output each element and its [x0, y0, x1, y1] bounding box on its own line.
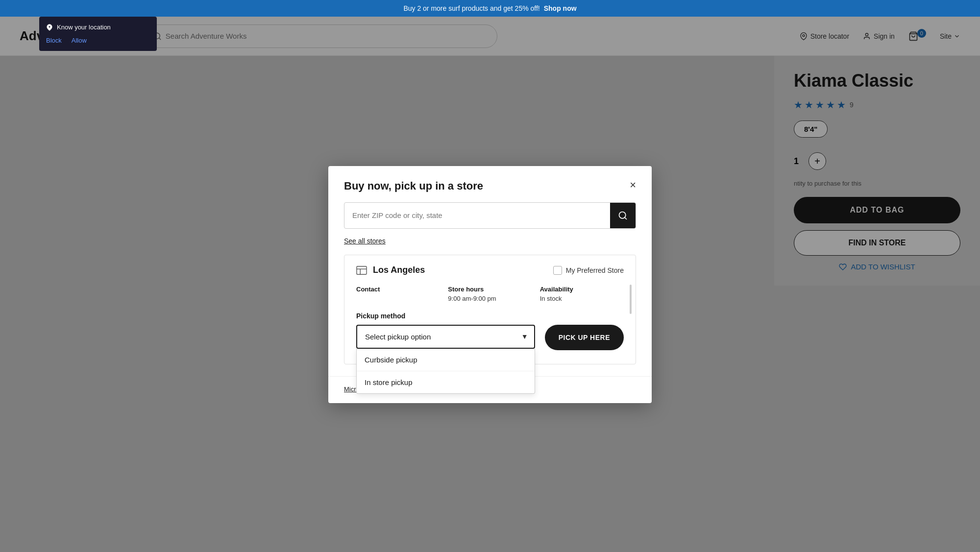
location-popup-title: Know your location: [57, 24, 111, 31]
scrollbar[interactable]: [630, 285, 632, 314]
modal-overlay: Buy now, pick up in a store × See all st…: [0, 17, 980, 552]
promo-text: Buy 2 or more surf products and get 25% …: [403, 4, 539, 12]
pin-icon: [46, 24, 53, 31]
zip-search-button[interactable]: [610, 203, 636, 228]
block-location-button[interactable]: Block: [46, 37, 62, 44]
location-popup-header: Know your location: [46, 24, 148, 31]
preferred-store-label: My Preferred Store: [566, 266, 624, 274]
modal-header: Buy now, pick up in a store ×: [328, 166, 652, 202]
zip-input[interactable]: [344, 204, 610, 226]
svg-point-5: [49, 26, 50, 28]
hours-section: Store hours 9:00 am-9:00 pm: [448, 286, 532, 302]
availability-value: In stock: [540, 295, 624, 302]
store-name-row: Los Angeles: [356, 265, 425, 276]
pickup-method-select[interactable]: Select pickup option Curbside pickup In …: [356, 325, 535, 349]
pick-up-here-button[interactable]: PICK UP HERE: [545, 325, 624, 350]
contact-section: Contact: [356, 286, 440, 302]
store-icon: [356, 265, 367, 276]
preferred-store-toggle[interactable]: My Preferred Store: [553, 266, 624, 275]
hours-label: Store hours: [448, 286, 532, 293]
zip-search-form: [344, 202, 636, 229]
store-card-header: Los Angeles My Preferred Store: [356, 265, 624, 276]
store-card: Los Angeles My Preferred Store Contact S…: [344, 255, 636, 364]
pickup-method-section: Pickup method Select pickup option Curbs…: [356, 312, 624, 350]
promo-bar: Buy 2 or more surf products and get 25% …: [0, 0, 980, 17]
pickup-method-label: Pickup method: [356, 312, 624, 320]
pickup-option-instore-item[interactable]: In store pickup: [357, 371, 535, 393]
modal-title: Buy now, pick up in a store: [344, 180, 483, 192]
availability-section: Availability In stock: [540, 286, 624, 302]
availability-label: Availability: [540, 286, 624, 293]
modal-body: See all stores Los Angeles My Preferred …: [328, 202, 652, 376]
pickup-dropdown-options: Curbside pickup In store pickup: [356, 349, 535, 394]
svg-line-7: [625, 217, 627, 219]
pickup-option-curbside-item[interactable]: Curbside pickup: [357, 349, 535, 371]
modal-close-button[interactable]: ×: [630, 180, 636, 191]
see-all-stores-link[interactable]: See all stores: [344, 237, 386, 245]
contact-label: Contact: [356, 286, 440, 293]
location-popup: Know your location Block Allow: [39, 17, 157, 51]
svg-rect-8: [357, 266, 367, 274]
promo-link[interactable]: Shop now: [544, 4, 577, 12]
location-popup-actions: Block Allow: [46, 37, 148, 44]
hours-value: 9:00 am-9:00 pm: [448, 295, 532, 302]
preferred-checkbox[interactable]: [553, 266, 562, 275]
search-icon: [618, 211, 628, 220]
pickup-row: Select pickup option Curbside pickup In …: [356, 325, 624, 350]
store-pickup-modal: Buy now, pick up in a store × See all st…: [328, 166, 652, 403]
store-details: Contact Store hours 9:00 am-9:00 pm Avai…: [356, 286, 624, 302]
pickup-dropdown-wrapper: Select pickup option Curbside pickup In …: [356, 325, 535, 349]
allow-location-button[interactable]: Allow: [72, 37, 87, 44]
store-name: Los Angeles: [373, 265, 425, 275]
